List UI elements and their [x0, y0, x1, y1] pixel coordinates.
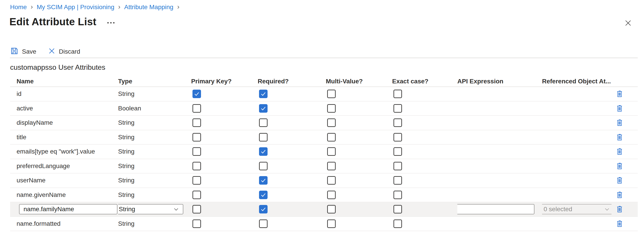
delete-attribute-trash-icon[interactable]	[616, 176, 624, 185]
delete-attribute-trash-icon[interactable]	[616, 89, 624, 98]
save-button[interactable]: Save	[10, 47, 36, 57]
save-icon	[10, 47, 18, 57]
table-row: id String	[10, 87, 638, 102]
type-select[interactable]: String	[118, 204, 183, 214]
required-checkbox[interactable]	[259, 176, 268, 185]
required-checkbox[interactable]	[259, 118, 268, 127]
attribute-name: title	[10, 134, 118, 141]
page-title: Edit Attribute List	[10, 16, 96, 28]
table-row: active Boolean	[10, 102, 638, 116]
primary-key-checkbox[interactable]	[192, 147, 201, 156]
exact-case-checkbox[interactable]	[394, 220, 402, 228]
multi-value-checkbox[interactable]	[327, 133, 336, 141]
context-menu-ellipsis-icon[interactable]	[107, 22, 115, 24]
delete-attribute-trash-icon[interactable]	[616, 147, 624, 156]
required-checkbox[interactable]	[259, 90, 268, 98]
multi-value-checkbox[interactable]	[327, 90, 336, 98]
required-checkbox[interactable]	[259, 220, 268, 228]
multi-value-checkbox[interactable]	[327, 147, 336, 156]
table-row: preferredLanguage String	[10, 159, 638, 174]
api-expression-input[interactable]	[457, 204, 534, 214]
attribute-name: userName	[10, 177, 118, 184]
required-checkbox[interactable]	[259, 133, 268, 141]
primary-key-checkbox[interactable]	[192, 118, 201, 127]
exact-case-checkbox[interactable]	[394, 176, 402, 185]
delete-attribute-trash-icon[interactable]	[616, 162, 624, 171]
exact-case-checkbox[interactable]	[394, 162, 402, 170]
column-header-type: Type	[118, 78, 191, 85]
primary-key-checkbox[interactable]	[192, 133, 201, 141]
multi-value-checkbox[interactable]	[327, 162, 336, 170]
multi-value-checkbox[interactable]	[327, 118, 336, 127]
type-select-value: String	[119, 206, 135, 213]
primary-key-checkbox[interactable]	[192, 176, 201, 185]
required-checkbox[interactable]	[259, 147, 268, 156]
attribute-name: name.formatted	[10, 220, 118, 227]
attribute-type: String	[118, 220, 191, 227]
attribute-name: preferredLanguage	[10, 162, 118, 170]
section-heading: customappsso User Attributes	[10, 63, 105, 72]
primary-key-checkbox[interactable]	[192, 205, 201, 214]
attribute-type: String	[118, 162, 191, 170]
toolbar-divider	[10, 58, 638, 58]
attribute-name-input[interactable]	[19, 204, 118, 214]
save-button-label: Save	[22, 48, 36, 55]
attribute-type: Boolean	[118, 105, 191, 112]
attribute-name: name.givenName	[10, 191, 118, 199]
breadcrumb-attribute-mapping[interactable]: Attribute Mapping	[124, 3, 173, 11]
primary-key-checkbox[interactable]	[192, 191, 201, 199]
command-bar: Save Discard	[10, 46, 80, 57]
multi-value-checkbox[interactable]	[327, 104, 336, 113]
breadcrumb-separator-icon: ›	[177, 3, 180, 11]
attribute-name: id	[10, 90, 118, 98]
multi-value-checkbox[interactable]	[327, 191, 336, 199]
delete-attribute-trash-icon[interactable]	[616, 133, 624, 142]
attribute-table: Name Type Primary Key? Required? Multi-V…	[10, 76, 638, 231]
discard-button[interactable]: Discard	[48, 47, 80, 56]
multi-value-checkbox[interactable]	[327, 176, 336, 185]
breadcrumb-home[interactable]: Home	[10, 3, 27, 11]
primary-key-checkbox[interactable]	[192, 220, 201, 228]
table-header-row: Name Type Primary Key? Required? Multi-V…	[10, 76, 638, 87]
delete-attribute-trash-icon[interactable]	[616, 104, 624, 113]
required-checkbox[interactable]	[259, 191, 268, 199]
exact-case-checkbox[interactable]	[394, 205, 402, 214]
exact-case-checkbox[interactable]	[394, 90, 402, 98]
attribute-type: String	[118, 134, 191, 141]
table-row: emails[type eq "work"].value String	[10, 145, 638, 159]
attribute-type: String	[118, 177, 191, 184]
required-checkbox[interactable]	[259, 162, 268, 170]
attribute-type: String	[118, 148, 191, 155]
column-header-multi-value: Multi-Value?	[326, 78, 392, 85]
exact-case-checkbox[interactable]	[394, 133, 402, 141]
exact-case-checkbox[interactable]	[394, 191, 402, 199]
attribute-name: active	[10, 105, 118, 112]
breadcrumb-separator-icon: ›	[118, 3, 120, 11]
attribute-name: emails[type eq "work"].value	[10, 148, 118, 155]
required-checkbox[interactable]	[259, 205, 268, 214]
discard-button-label: Discard	[59, 48, 80, 55]
exact-case-checkbox[interactable]	[394, 104, 402, 113]
multi-value-checkbox[interactable]	[327, 220, 336, 228]
primary-key-checkbox[interactable]	[192, 104, 201, 113]
primary-key-checkbox[interactable]	[192, 90, 201, 98]
table-row: userName String	[10, 173, 638, 188]
attribute-type: String	[118, 191, 191, 199]
table-row-editing: String 0 selected	[10, 202, 638, 217]
exact-case-checkbox[interactable]	[394, 118, 402, 127]
required-checkbox[interactable]	[259, 104, 268, 113]
column-header-referenced-object: Referenced Object At...	[542, 78, 612, 85]
title-row: Edit Attribute List	[10, 16, 115, 28]
primary-key-checkbox[interactable]	[192, 162, 201, 170]
delete-attribute-trash-icon[interactable]	[616, 190, 624, 199]
delete-attribute-trash-icon[interactable]	[616, 205, 624, 214]
exact-case-checkbox[interactable]	[394, 147, 402, 156]
chevron-down-icon	[604, 206, 610, 212]
delete-attribute-trash-icon[interactable]	[616, 118, 624, 127]
close-icon[interactable]	[624, 19, 632, 27]
delete-attribute-trash-icon[interactable]	[616, 219, 624, 228]
multi-value-checkbox[interactable]	[327, 205, 336, 214]
breadcrumb-scim-app-provisioning[interactable]: My SCIM App | Provisioning	[37, 3, 114, 11]
column-header-primary-key: Primary Key?	[191, 78, 258, 85]
referenced-object-select[interactable]: 0 selected	[542, 204, 612, 214]
